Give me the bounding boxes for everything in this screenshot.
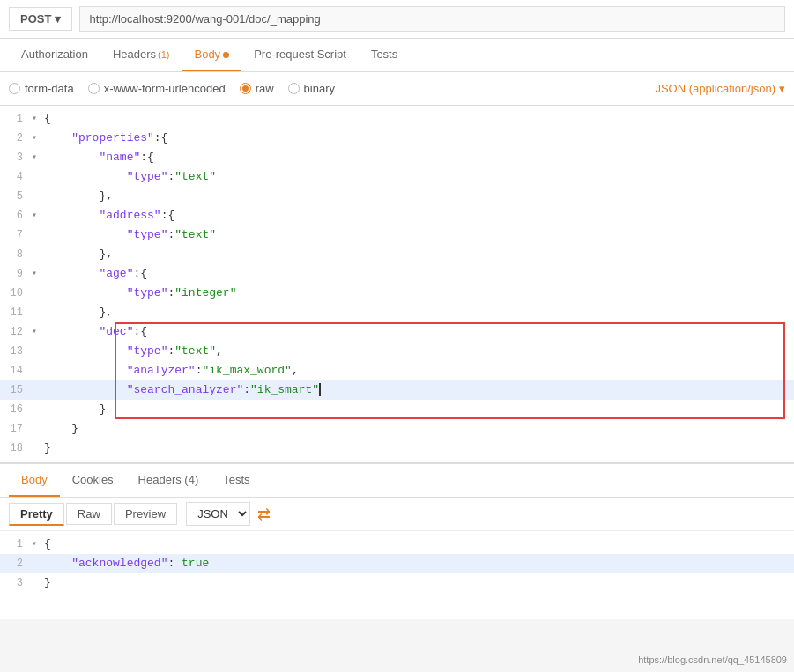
line-num-6: 6 [0,206,28,225]
code-content-18: } [41,439,794,458]
top-bar: POST ▾ [0,0,794,39]
resp-content-2: "acknowledged": true [41,554,794,573]
tab-authorization[interactable]: Authorization [9,39,100,71]
tab-dot [223,52,229,58]
response-area: BodyCookiesHeaders (4)Tests Pretty Raw P… [0,464,794,619]
code-content-6: "address":{ [41,206,794,225]
dropdown-arrow: ▾ [779,82,785,95]
code-line-15: 15 "search_analyzer":"ik_smart"​ [0,380,794,400]
resp-fold-1[interactable]: ▾ [28,535,41,554]
radio-label-form-data: form-data [25,82,74,95]
json-type-button[interactable]: JSON (application/json)▾ [655,82,785,95]
fold-btn-6[interactable]: ▾ [28,206,41,225]
fold-btn-8 [28,245,41,264]
response-line-1: 1▾{ [0,535,794,554]
url-input[interactable] [79,6,785,32]
radio-label-urlencoded: x-www-form-urlencoded [104,82,226,95]
fold-btn-10 [28,284,41,303]
body-option-form-data[interactable]: form-data [9,82,74,95]
radio-form-data [9,83,20,94]
line-num-17: 17 [0,419,28,439]
response-tab-headers[interactable]: Headers (4) [126,464,211,497]
radio-urlencoded [88,83,100,94]
fold-btn-2[interactable]: ▾ [28,129,41,148]
code-content-16: } [41,400,794,419]
code-line-9: 9▾ "age":{ [0,264,794,284]
raw-button[interactable]: Raw [66,503,112,525]
code-line-10: 10 "type":"integer" [0,284,794,303]
response-line-2: 2 "acknowledged": true [0,554,794,573]
code-content-7: "type":"text" [41,225,794,245]
response-toolbar: Pretty Raw Preview JSON ⇄ [0,498,794,531]
tab-headers[interactable]: Headers(1) [100,39,182,71]
code-content-5: }, [41,187,794,206]
tab-body[interactable]: Body [182,39,241,71]
method-label: POST [20,12,51,26]
pretty-button[interactable]: Pretty [9,503,64,526]
method-button[interactable]: POST ▾ [9,7,72,31]
response-tab-body[interactable]: Body [9,464,60,497]
code-line-18: 18 } [0,439,794,458]
code-content-3: "name":{ [41,148,794,167]
line-num-11: 11 [0,303,28,322]
line-num-2: 2 [0,129,28,148]
json-type-label: JSON (application/json) [655,82,775,95]
code-content-12: "dec":{ [41,322,794,342]
fold-btn-18 [28,439,41,458]
wrap-icon[interactable]: ⇄ [257,505,271,524]
body-option-raw[interactable]: raw [240,82,274,95]
radio-binary [288,83,300,94]
tab-badge: (1) [158,49,169,60]
code-line-5: 5 }, [0,187,794,206]
fold-btn-3[interactable]: ▾ [28,148,41,167]
tab-tests[interactable]: Tests [359,39,410,71]
line-num-15: 15 [0,380,28,400]
code-line-7: 7 "type":"text" [0,225,794,245]
code-content-15: "search_analyzer":"ik_smart"​ [41,380,794,400]
method-arrow: ▾ [55,12,61,26]
resp-line-num-1: 1 [0,535,28,554]
request-tabs: AuthorizationHeaders(1)BodyPre-request S… [0,39,794,72]
code-line-6: 6▾ "address":{ [0,206,794,225]
fold-btn-4 [28,167,41,187]
line-num-8: 8 [0,245,28,264]
fold-btn-1[interactable]: ▾ [28,109,41,129]
response-code-panel: 1▾{2 "acknowledged": true3 } [0,531,794,619]
response-tab-cookies[interactable]: Cookies [60,464,126,497]
red-box-group: 12▾ "dec":{13 "type":"text",14 "analyzer… [0,322,794,419]
code-content-1: { [41,109,794,129]
body-option-binary[interactable]: binary [288,82,335,95]
code-content-2: "properties":{ [41,129,794,148]
fold-btn-12[interactable]: ▾ [28,322,41,342]
response-tab-tests[interactable]: Tests [211,464,262,497]
fold-btn-9[interactable]: ▾ [28,264,41,284]
fold-btn-13 [28,342,41,361]
code-line-11: 11 }, [0,303,794,322]
fold-btn-5 [28,187,41,206]
code-line-12: 12▾ "dec":{ [0,322,794,342]
response-code-editor: 1▾{2 "acknowledged": true3 } [0,531,794,596]
code-line-8: 8 }, [0,245,794,264]
code-content-9: "age":{ [41,264,794,284]
fold-btn-11 [28,303,41,322]
body-option-urlencoded[interactable]: x-www-form-urlencoded [88,82,226,95]
code-editor: 1▾{2▾ "properties":{3▾ "name":{4 "type":… [0,106,794,462]
preview-button[interactable]: Preview [114,503,177,525]
fold-btn-15 [28,380,41,400]
code-line-13: 13 "type":"text", [0,342,794,361]
tab-prerequest[interactable]: Pre-request Script [241,39,359,71]
code-line-3: 3▾ "name":{ [0,148,794,167]
line-num-14: 14 [0,361,28,380]
code-line-16: 16 } [0,400,794,419]
resp-content-3: } [41,573,794,593]
resp-fold-3 [28,573,41,593]
json-format-select[interactable]: JSON [186,502,250,526]
line-num-13: 13 [0,342,28,361]
line-num-18: 18 [0,439,28,458]
resp-line-num-3: 3 [0,573,28,593]
line-num-9: 9 [0,264,28,284]
code-content-14: "analyzer":"ik_max_word", [41,361,794,380]
line-num-4: 4 [0,167,28,187]
code-line-14: 14 "analyzer":"ik_max_word", [0,361,794,380]
code-editor-panel[interactable]: 1▾{2▾ "properties":{3▾ "name":{4 "type":… [0,106,794,464]
